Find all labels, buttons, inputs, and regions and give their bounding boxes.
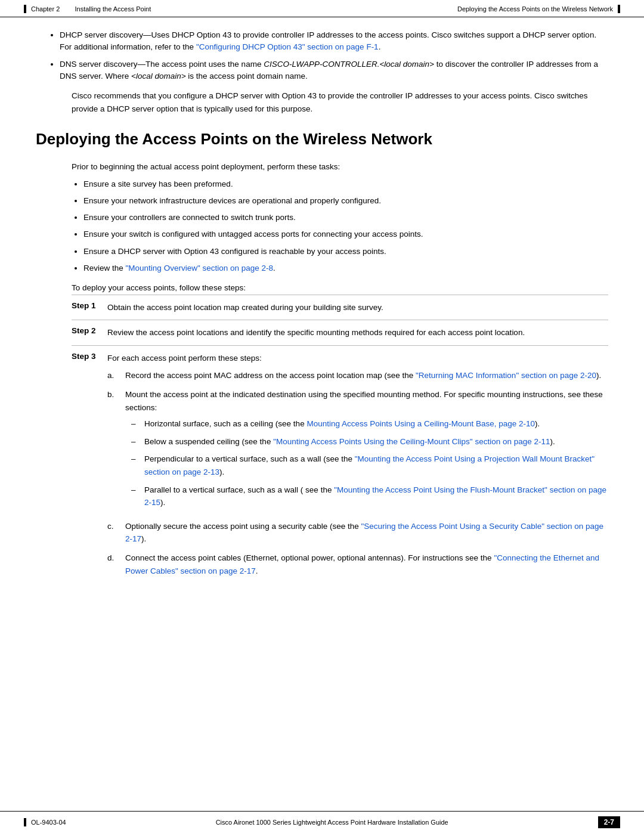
dash-2-content: Below a suspended ceiling (see the "Moun… [144, 435, 608, 448]
footer-center: Cisco Aironet 1000 Series Lightweight Ac… [216, 819, 448, 826]
step-2-row: Step 2 Review the access point locations… [72, 320, 608, 346]
footer-bar-left [24, 818, 26, 826]
step-2-label: Step 2 [72, 320, 107, 346]
deploy-bullet-4: Ensure your switch is configured with un… [83, 228, 608, 240]
footer-left: OL-9403-04 [24, 818, 66, 826]
deploy-bullet-2: Ensure your network infrastructure devic… [83, 195, 608, 207]
sub-step-d-content: Connect the access point cables (Etherne… [125, 552, 608, 577]
sub-step-c-content: Optionally secure the access point using… [125, 520, 608, 546]
dash-3-text-before: Perpendicular to a vertical surface, suc… [144, 454, 355, 463]
header-bar-left [24, 5, 26, 13]
sub-step-a-label: a. [107, 369, 119, 382]
intro-bullet-list: DHCP server discovery—Uses DHCP Option 4… [60, 29, 608, 82]
sub-step-a-content: Record the access point MAC address on t… [125, 369, 608, 382]
deploy-bullet-3-text: Ensure your controllers are connected to… [83, 213, 296, 222]
deploy-bullet-1-text: Ensure a site survey has been preformed. [83, 179, 233, 188]
deploy-bullet-5: Ensure a DHCP server with Option 43 conf… [83, 246, 608, 258]
dash-2-text-before: Below a suspended ceiling (see the [144, 437, 273, 446]
sub-step-b: b. Mount the access point at the indicat… [107, 388, 608, 514]
step-3-text: For each access point perform these step… [107, 354, 262, 363]
steps-table: Step 1 Obtain the access point location … [72, 295, 608, 590]
dash-item-3: – Perpendicular to a vertical surface, s… [131, 453, 608, 478]
dash-item-2: – Below a suspended ceiling (see the "Mo… [131, 435, 608, 448]
deploy-bullet-6-text-before: Review the [83, 264, 126, 272]
prior-text: Prior to beginning the actual access poi… [72, 160, 608, 174]
header-bar-right [618, 5, 620, 13]
intro-bullet-1: DHCP server discovery—Uses DHCP Option 4… [60, 29, 608, 54]
sub-step-c-text-after: ). [141, 534, 146, 543]
guide-title: Cisco Aironet 1000 Series Lightweight Ac… [216, 819, 448, 826]
step-1-content: Obtain the access point location map cre… [107, 295, 608, 320]
ceiling-mount-clips-link[interactable]: "Mounting Access Points Using the Ceilin… [273, 437, 550, 446]
intro-bullet-2: DNS server discovery—The access point us… [60, 58, 608, 83]
deploy-bullet-4-text: Ensure your switch is configured with un… [83, 230, 423, 239]
deploy-bullet-6-period: . [273, 264, 275, 272]
local-domain-text: <local domain> [131, 72, 186, 80]
page: Chapter 2 Installing the Access Point De… [0, 0, 644, 833]
step-1-row: Step 1 Obtain the access point location … [72, 295, 608, 320]
sub-step-d-text-before: Connect the access point cables (Etherne… [125, 553, 494, 562]
page-footer: OL-9403-04 Cisco Aironet 1000 Series Lig… [0, 811, 644, 833]
header-right-text: Deploying the Access Points on the Wirel… [457, 5, 613, 13]
sub-step-c-text-before: Optionally secure the access point using… [125, 522, 361, 531]
dash-3-symbol: – [131, 453, 140, 478]
deploy-bullet-3: Ensure your controllers are connected to… [83, 212, 608, 224]
deploy-bullet-list: Ensure a site survey has been preformed.… [83, 178, 608, 275]
intro-bullet-1-period: . [379, 42, 381, 51]
sub-step-b-content: Mount the access point at the indicated … [125, 388, 608, 514]
dash-2-symbol: – [131, 435, 140, 448]
dash-2-text-after: ). [550, 437, 555, 446]
chapter-label: Chapter 2 [31, 5, 60, 13]
header-right: Deploying the Access Points on the Wirel… [457, 5, 620, 13]
sub-step-d-text-after: . [256, 566, 258, 575]
section-heading: Deploying the Access Points on the Wirel… [36, 129, 608, 150]
page-header: Chapter 2 Installing the Access Point De… [0, 0, 644, 17]
sub-step-d-label: d. [107, 552, 119, 577]
main-content: DHCP server discovery—Uses DHCP Option 4… [0, 17, 644, 811]
doc-number: OL-9403-04 [31, 819, 66, 826]
dash-4-content: Parallel to a vertical surface, such as … [144, 484, 608, 509]
step-3-row: Step 3 For each access point perform the… [72, 345, 608, 589]
step-2-content: Review the access point locations and id… [107, 320, 608, 346]
sub-step-a-text-after: ). [596, 371, 601, 380]
dash-1-text-before: Horizontal surface, such as a ceiling (s… [144, 419, 306, 428]
intro-bullet-2-text: DNS server discovery—The access point us… [60, 60, 598, 80]
sub-step-b-text: Mount the access point at the indicated … [125, 390, 603, 412]
dash-item-4: – Parallel to a vertical surface, such a… [131, 484, 608, 509]
sub-step-a-text-before: Record the access point MAC address on t… [125, 371, 416, 380]
follow-text: To deploy your access points, follow the… [72, 281, 608, 295]
dash-4-text-before: Parallel to a vertical surface, such as … [144, 485, 334, 494]
page-number: 2-7 [598, 816, 620, 828]
dhcp-option-link[interactable]: "Configuring DHCP Option 43" section on … [196, 42, 379, 51]
returning-mac-link[interactable]: "Returning MAC Information" section on p… [416, 371, 596, 380]
sub-step-b-label: b. [107, 388, 119, 514]
header-left: Chapter 2 Installing the Access Point [24, 5, 151, 13]
dash-4-symbol: – [131, 484, 140, 509]
dash-4-text-after: ). [160, 498, 165, 507]
dash-1-content: Horizontal surface, such as a ceiling (s… [144, 417, 608, 431]
dash-1-text-after: ). [535, 419, 540, 428]
chapter-title: Installing the Access Point [75, 5, 151, 13]
dash-3-text-after: ). [219, 467, 224, 476]
sub-step-d: d. Connect the access point cables (Ethe… [107, 552, 608, 577]
deploy-bullet-1: Ensure a site survey has been preformed. [83, 178, 608, 190]
dash-1-symbol: – [131, 417, 140, 431]
deploy-bullet-5-text: Ensure a DHCP server with Option 43 conf… [83, 247, 386, 256]
sub-steps: a. Record the access point MAC address o… [107, 369, 608, 577]
step-1-label: Step 1 [72, 295, 107, 320]
dash-item-1: – Horizontal surface, such as a ceiling … [131, 417, 608, 431]
dhcp-paragraph: Cisco recommends that you configure a DH… [72, 89, 608, 115]
sub-step-c-label: c. [107, 520, 119, 546]
ceiling-mount-base-link[interactable]: Mounting Access Points Using a Ceiling-M… [306, 419, 535, 428]
dash-3-content: Perpendicular to a vertical surface, suc… [144, 453, 608, 478]
dash-list: – Horizontal surface, such as a ceiling … [131, 417, 608, 509]
deploy-bullet-6: Review the "Mounting Overview" section o… [83, 262, 608, 274]
step-3-content: For each access point perform these step… [107, 345, 608, 589]
cisco-lwapp-text: CISCO-LWAPP-CONTROLLER.<local domain> [264, 60, 434, 69]
step-3-label: Step 3 [72, 345, 107, 589]
deploy-bullet-2-text: Ensure your network infrastructure devic… [83, 196, 381, 205]
mounting-overview-link[interactable]: "Mounting Overview" section on page 2-8 [126, 264, 273, 272]
sub-step-c: c. Optionally secure the access point us… [107, 520, 608, 546]
sub-step-a: a. Record the access point MAC address o… [107, 369, 608, 382]
